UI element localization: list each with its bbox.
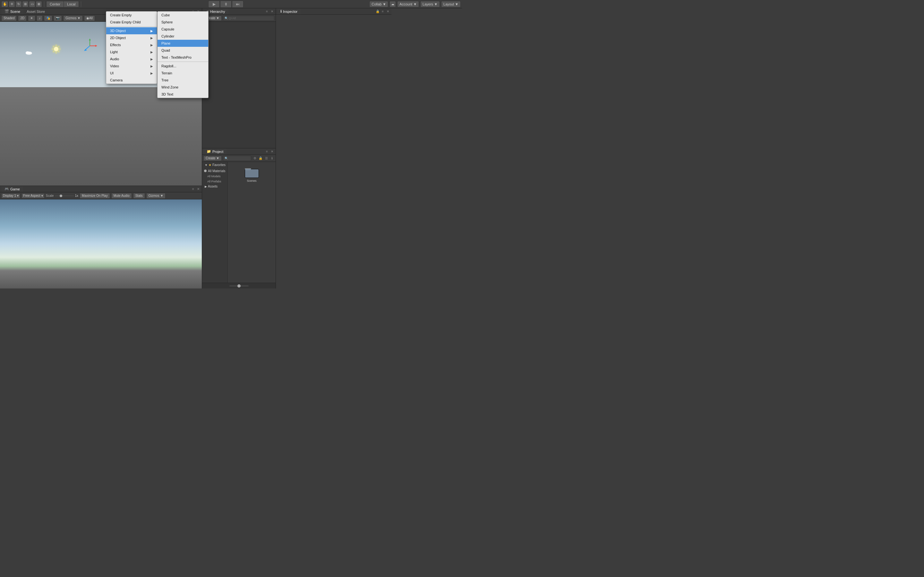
asset-store-tab[interactable]: Asset Store [23,9,48,15]
inspector-lock-btn[interactable]: 🔒 [375,9,380,14]
favorites-header[interactable]: ▼ ★ Favorites [202,163,228,167]
hierarchy-content [202,22,276,148]
hierarchy-panel: ≡ Hierarchy ≡ ✕ Create ▼ 🔍 Q+All [202,8,276,148]
menu-light-arrow: ▶ [150,50,153,54]
audio-toggle[interactable]: ♪ [37,15,43,21]
inspector-tab[interactable]: ℹ Inspector [277,9,300,15]
scene-view[interactable]: <= Persp [0,22,202,185]
project-tab-controls: ≡ ✕ [265,149,274,154]
scene-tab[interactable]: 🎬 Scene [1,9,23,15]
menu-create-empty[interactable]: Create Empty [106,11,157,19]
game-tab-controls: ≡ ✕ [191,187,200,191]
stats-btn[interactable]: Stats [133,193,145,199]
rotate-tool-btn[interactable]: ↻ [15,1,22,7]
local-btn[interactable]: Local [64,1,79,7]
project-tab[interactable]: 📁 Project [204,149,226,155]
svg-line-4 [53,46,54,47]
main-layout: 🎬 Scene Asset Store ≡ ✕ Shaded 2D ☀ ♪ 🎭 … [0,8,462,288]
project-info-btn[interactable]: ℹ [270,156,274,161]
project-list-btn[interactable]: ☰ [264,156,268,161]
game-view[interactable] [0,199,202,288]
light-toggle[interactable]: ☀ [28,15,35,21]
menu-ui[interactable]: UI ▶ [106,69,157,77]
scale-group: Scale 1x [46,194,79,197]
hierarchy-tab-controls: ≡ ✕ [265,9,274,14]
menu-audio[interactable]: Audio ▶ [106,55,157,63]
pause-btn[interactable]: ⏸ [220,1,232,8]
scene-minimize-btn[interactable]: ≡ [191,9,195,14]
hand-tool-btn[interactable]: ✋ [1,1,8,7]
project-maximize-btn[interactable]: ✕ [270,149,274,154]
project-tab-bar: 📁 Project ≡ ✕ [202,148,276,155]
shaded-dropdown[interactable]: Shaded [1,15,17,21]
hierarchy-maximize-btn[interactable]: ✕ [270,9,274,14]
assets-header[interactable]: ▶ Assets [202,185,228,188]
scene-toolbar: Shaded 2D ☀ ♪ 🎭 📷 Gizmos ▼ ◉All [0,15,202,22]
play-btn[interactable]: ▶ [208,1,220,8]
all-models-item[interactable]: All Models [202,174,228,179]
mute-audio-btn[interactable]: Mute Audio [111,193,132,199]
maximize-play-btn[interactable]: Maximize On Play [79,193,110,199]
layers-dropdown[interactable]: Layers ▼ [420,1,440,7]
cloud-icon [25,50,33,55]
menu-effects[interactable]: Effects ▶ [106,41,157,48]
gizmos-dropdown[interactable]: Gizmos ▼ [63,15,83,21]
svg-marker-14 [95,45,97,47]
move-tool-btn[interactable]: ✛ [9,1,15,7]
hierarchy-create-menu: Create Empty Create Empty Child 3D Objec… [106,11,157,84]
aspect-select[interactable]: Free Aspect▾ [21,193,44,198]
center-btn[interactable]: Center [47,1,64,7]
scale-slider[interactable] [55,195,74,197]
cloud-btn[interactable]: ☁ [389,1,396,7]
persp-label: <= Persp [182,47,195,50]
project-minimize-btn[interactable]: ≡ [265,149,269,154]
project-content: ▼ ★ Favorites All Materials All Models [202,162,276,283]
menu-sep1 [106,26,157,27]
hierarchy-minimize-btn[interactable]: ≡ [265,9,269,14]
hierarchy-tab[interactable]: ≡ Hierarchy [204,9,228,15]
hierarchy-create-btn[interactable]: Create ▼ [204,16,222,21]
menu-light[interactable]: Light ▶ [106,48,157,55]
project-sidebar: ▼ ★ Favorites All Materials All Models [202,162,228,283]
collab-dropdown[interactable]: Collab ▼ [369,1,388,7]
all-mats-section: All Materials All Models All Prefabs [202,167,228,185]
project-search[interactable]: 🔍 [223,156,251,161]
project-settings-btn[interactable]: ⚙ [252,156,257,161]
rect-tool-btn[interactable]: ▭ [29,1,35,7]
inspector-maximize-btn[interactable]: ✕ [386,9,390,14]
game-minimize-btn[interactable]: ≡ [191,187,195,191]
project-panel: 📁 Project ≡ ✕ Create ▼ 🔍 ⚙ 🔒 ☰ ℹ [202,148,276,288]
project-lock-btn[interactable]: 🔒 [258,156,263,161]
inspector-panel: ℹ Inspector 🔒 ≡ ✕ [276,8,391,288]
camera-toggle[interactable]: 📷 [53,15,62,21]
all-prefabs-item[interactable]: All Prefabs [202,179,228,184]
menu-2d-object[interactable]: 2D Object ▶ [106,34,157,41]
all-materials-item[interactable]: All Materials [202,168,228,174]
menu-video[interactable]: Video ▶ [106,63,157,69]
step-btn[interactable]: ⏭ [232,1,244,8]
game-maximize-btn[interactable]: ✕ [196,187,200,191]
toolbar-right: Collab ▼ ☁ Account ▼ Layers ▼ Layout ▼ [369,1,461,7]
2d-toggle[interactable]: 2D [18,15,27,21]
svg-rect-20 [245,169,258,177]
gizmo-svg[interactable] [82,38,98,54]
menu-create-empty-child[interactable]: Create Empty Child [106,19,157,26]
game-gizmos-dropdown[interactable]: Gizmos ▼ [146,193,166,199]
account-dropdown[interactable]: Account ▼ [397,1,419,7]
game-tab[interactable]: 🎮 Game [1,186,23,192]
menu-camera[interactable]: Camera [106,77,157,84]
display-select[interactable]: Display 1▾ [1,193,20,198]
inspector-minimize-btn[interactable]: ≡ [381,9,385,14]
zoom-slider[interactable] [229,285,249,287]
scenes-folder-item[interactable]: Scenes [229,166,274,182]
layout-dropdown[interactable]: Layout ▼ [441,1,461,7]
project-create-btn[interactable]: Create ▼ [204,156,222,161]
scale-tool-btn[interactable]: ⊞ [22,1,29,7]
hierarchy-search[interactable]: 🔍 Q+All [223,16,274,21]
menu-ui-arrow: ▶ [150,71,153,75]
transform-tool-btn[interactable]: ⊠ [36,1,42,7]
search-all[interactable]: ◉All [84,15,95,21]
scene-maximize-btn[interactable]: ✕ [196,9,200,14]
menu-3d-object[interactable]: 3D Object ▶ [106,27,157,34]
fx-toggle[interactable]: 🎭 [44,15,52,21]
